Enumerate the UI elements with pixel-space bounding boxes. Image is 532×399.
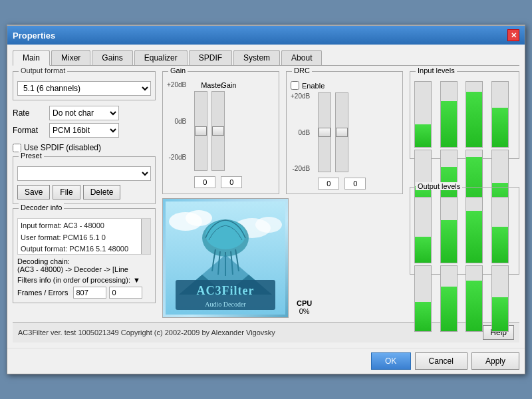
output-format-label: Output format (19, 66, 67, 74)
output-format-group: Output format 5.1 (6 channels) (13, 71, 156, 100)
frames-row: Frames / Errors (17, 287, 151, 299)
title-bar: Properties ✕ (7, 26, 525, 45)
svg-point-4 (255, 217, 282, 233)
gain-val2[interactable] (221, 176, 242, 188)
tab-system[interactable]: System (233, 50, 280, 65)
gain-master-header: Master (201, 81, 215, 89)
drc-slider-wrapper (318, 92, 366, 172)
output-format-select[interactable]: 5.1 (6 channels) (17, 81, 151, 96)
format-select[interactable]: PCM 16bit (49, 123, 119, 138)
drc-val1[interactable] (318, 178, 339, 190)
tab-mixer[interactable]: Mixer (51, 50, 90, 65)
drc-enable-label: Enable (302, 82, 325, 90)
preset-label: Preset (19, 152, 44, 160)
cancel-button[interactable]: Cancel (415, 352, 467, 370)
tab-about[interactable]: About (281, 50, 322, 65)
drc-sliders (318, 92, 366, 190)
tab-gains[interactable]: Gains (92, 50, 132, 65)
gain-val1[interactable] (194, 176, 215, 188)
drc-enable-checkbox[interactable] (291, 81, 299, 90)
main-content: Main Mixer Gains Equalizer SPDIF System … (7, 45, 525, 348)
bottom-bar: OK Cancel Apply (7, 348, 525, 374)
preset-buttons: Save File Delete (17, 185, 151, 200)
errors-input[interactable] (109, 287, 142, 299)
output-level-bar-2 (440, 197, 464, 263)
tab-equalizer[interactable]: Equalizer (134, 50, 188, 65)
output-level-bar-8 (491, 265, 515, 332)
gain-label: Gain (168, 66, 188, 74)
drc-val2[interactable] (344, 178, 366, 190)
input-level-bar-2 (440, 81, 464, 148)
drc-thumb1[interactable] (319, 128, 331, 137)
gain-slider-wrapper (194, 91, 242, 171)
middle-column: Gain +20dB 0dB -20dB Master Gain (162, 71, 403, 318)
filters-dropdown-icon[interactable]: ▼ (133, 276, 140, 284)
preset-group: Preset Save File Delete (13, 156, 156, 204)
gain-inner: +20dB 0dB -20dB Master Gain (167, 81, 275, 188)
spdif-label: Use SPDIF (disabled) (24, 143, 101, 152)
decoder-lines: Input format: AC3 - 48000 User format: P… (21, 220, 148, 255)
output-level-bar-1 (414, 197, 438, 263)
rate-select[interactable]: Do not char (49, 106, 119, 120)
right-column: Input levels (410, 71, 519, 318)
close-button[interactable]: ✕ (507, 29, 519, 41)
svg-text:Audio Decoder: Audio Decoder (205, 301, 246, 308)
rate-label: Rate (13, 108, 49, 118)
drc-slider2[interactable] (335, 92, 348, 172)
file-button[interactable]: File (53, 185, 80, 200)
gain-group: Gain +20dB 0dB -20dB Master Gain (162, 71, 279, 194)
output-level-bar-6 (440, 265, 464, 332)
drc-thumb2[interactable] (336, 128, 348, 137)
gain-sliders: Master Gain (194, 81, 242, 188)
tab-main[interactable]: Main (13, 50, 50, 66)
delete-button[interactable]: Delete (83, 185, 121, 200)
gain-master-thumb[interactable] (195, 126, 207, 136)
cpu-value: 0% (299, 307, 310, 315)
frames-input[interactable] (73, 287, 106, 299)
gain-gain-thumb[interactable] (212, 126, 224, 136)
ok-button[interactable]: OK (371, 352, 411, 370)
drc-group: DRC Enable +20dB 0dB -20dB (286, 71, 403, 194)
format-row: Format PCM 16bit (13, 123, 156, 138)
properties-window: Properties ✕ Main Mixer Gains Equalizer … (7, 25, 525, 374)
left-column: Output format 5.1 (6 channels) Rate Do n… (13, 71, 156, 318)
cpu-label: CPU (297, 299, 312, 307)
output-level-bar-4 (491, 197, 515, 263)
svg-point-6 (205, 220, 245, 249)
drc-inner: +20dB 0dB -20dB (291, 92, 398, 190)
gain-value-inputs (194, 174, 242, 188)
svg-point-2 (186, 210, 212, 226)
footer-text: AC3Filter ver. test 1005021349 Copyright… (18, 329, 275, 336)
preset-select[interactable] (17, 166, 151, 181)
decoder-scrollbar[interactable] (141, 219, 150, 254)
spdif-checkbox[interactable] (13, 144, 21, 152)
main-panel: Output format 5.1 (6 channels) Rate Do n… (13, 71, 519, 318)
cpu-area: CPU 0% (294, 297, 315, 318)
drc-slider1[interactable] (318, 92, 331, 172)
apply-button[interactable]: Apply (471, 352, 519, 370)
logo-image: AC3Filter Audio Decoder (162, 198, 289, 318)
decoder-info-label: Decoder info (19, 203, 64, 211)
gain-master-slider[interactable] (194, 91, 207, 171)
gain-gain-header: Gain (221, 81, 235, 89)
gain-gain-slider[interactable] (211, 91, 225, 171)
format-label: Format (13, 126, 49, 135)
decoder-scroll[interactable]: Input format: AC3 - 48000 User format: P… (17, 218, 151, 255)
gain-db-labels: +20dB 0dB -20dB (167, 81, 188, 161)
drc-enable-row: Enable (291, 81, 398, 90)
gain-drc-row: Gain +20dB 0dB -20dB Master Gain (162, 71, 403, 194)
input-levels-group: Input levels (410, 71, 519, 159)
output-levels-label: Output levels (416, 182, 462, 190)
decoder-info-group: Decoder info Input format: AC3 - 48000 U… (13, 208, 156, 303)
logo-cpu-row: AC3Filter Audio Decoder CPU 0% (162, 198, 403, 318)
input-level-bar-3 (466, 81, 489, 148)
tab-spdif[interactable]: SPDIF (189, 50, 232, 65)
rate-row: Rate Do not char (13, 106, 156, 120)
output-level-bar-3 (466, 197, 489, 263)
drc-value-inputs (318, 175, 366, 190)
filters-row: Filters info (in order of processing): ▼ (17, 276, 151, 284)
decoding-chain: Decoding chain: (AC3 - 48000) -> Decoder… (17, 257, 151, 273)
save-button[interactable]: Save (17, 185, 50, 200)
output-levels-group: Output levels (410, 187, 519, 275)
svg-text:AC3Filter: AC3Filter (197, 284, 255, 297)
